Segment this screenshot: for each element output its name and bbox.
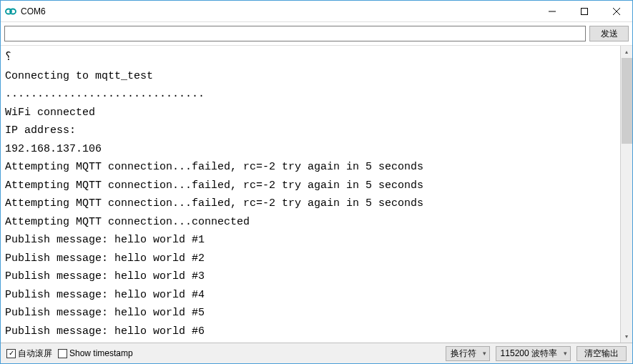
arduino-icon	[5, 6, 16, 17]
scroll-down-arrow[interactable]: ▾	[621, 330, 632, 343]
baud-rate-dropdown[interactable]: 115200 波特率	[496, 346, 571, 361]
scroll-thumb[interactable]	[622, 58, 632, 144]
autoscroll-checkbox-wrap[interactable]: ✓ 自动滚屏	[6, 348, 52, 360]
clear-output-button[interactable]: 清空输出	[576, 346, 627, 361]
close-button[interactable]	[600, 1, 632, 21]
window-title: COM6	[21, 6, 536, 16]
serial-monitor-window: COM6 发送 ⸮ Connecting to mqtt_test ......…	[0, 0, 633, 364]
svg-rect-3	[581, 8, 587, 14]
console-area: ⸮ Connecting to mqtt_test ..............…	[1, 46, 632, 343]
input-row: 发送	[1, 22, 632, 46]
line-ending-label: 换行符	[451, 348, 476, 360]
baud-rate-label: 115200 波特率	[501, 348, 557, 360]
send-button[interactable]: 发送	[589, 26, 629, 41]
timestamp-checkbox-wrap[interactable]: Show timestamp	[58, 348, 133, 358]
serial-input[interactable]	[4, 26, 586, 41]
titlebar: COM6	[1, 1, 632, 22]
line-ending-dropdown[interactable]: 换行符	[446, 346, 490, 361]
maximize-button[interactable]	[568, 1, 600, 21]
window-controls	[536, 1, 632, 21]
timestamp-label: Show timestamp	[69, 348, 133, 358]
vertical-scrollbar[interactable]: ▴ ▾	[620, 46, 632, 343]
status-bar: ✓ 自动滚屏 Show timestamp 换行符 115200 波特率 清空输…	[1, 343, 632, 363]
timestamp-checkbox[interactable]	[58, 349, 67, 358]
autoscroll-checkbox[interactable]: ✓	[6, 349, 16, 358]
console-output: ⸮ Connecting to mqtt_test ..............…	[1, 46, 620, 343]
autoscroll-label: 自动滚屏	[18, 348, 52, 360]
scroll-up-arrow[interactable]: ▴	[621, 46, 632, 58]
minimize-button[interactable]	[536, 1, 568, 21]
